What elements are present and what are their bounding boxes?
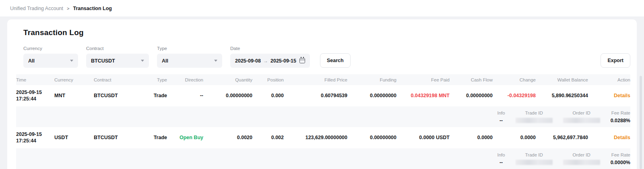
- cell-cash-flow: 0.00000000: [450, 93, 493, 98]
- order-id-redacted-value: [563, 118, 600, 123]
- cell-contract: BTCUSDT: [94, 135, 133, 140]
- trade-id-redacted-value: [516, 118, 553, 123]
- detail-trade-id-label: Trade ID: [516, 111, 553, 115]
- detail-order-id: Order ID: [563, 152, 600, 165]
- cell-direction: Open Buy: [167, 135, 203, 140]
- currency-filter: Currency All: [23, 46, 78, 68]
- date-end-value: 2025-09-15: [270, 58, 296, 64]
- detail-order-id-label: Order ID: [563, 111, 600, 115]
- trade-id-redacted-value: [516, 160, 553, 165]
- detail-info: Info --: [497, 111, 505, 123]
- cell-quantity: 0.00000000: [203, 93, 252, 98]
- type-select[interactable]: All: [157, 54, 222, 68]
- cell-change: -0.04329198: [493, 93, 536, 98]
- detail-info: Info --: [497, 152, 505, 165]
- cell-fee-paid: 0.0000 USDT: [396, 135, 450, 140]
- currency-select[interactable]: All: [23, 54, 78, 68]
- transaction-log-card: Transaction Log Currency All Contract BT…: [7, 19, 637, 169]
- detail-info-label: Info: [497, 111, 505, 115]
- col-header-change: Change: [493, 77, 536, 82]
- cell-wallet-balance: 5,962,697.7840: [536, 135, 588, 140]
- cell-time-clock: 17:25:44: [16, 96, 54, 102]
- detail-info-value: --: [497, 160, 505, 165]
- table-row: 2025-09-15 17:25:44 MNT BTCUSDT Trade --…: [16, 85, 630, 106]
- filter-bar: Currency All Contract BTCUSDT Type All D…: [23, 46, 630, 68]
- cell-quantity: 0.0020: [203, 135, 252, 140]
- cell-contract: BTCUSDT: [94, 93, 133, 98]
- breadcrumb: Unified Trading Account > Transaction Lo…: [0, 0, 644, 17]
- detail-fee-rate-label: Fee Rate: [611, 111, 630, 115]
- table-header-row: Time Currency Contract Type Direction Qu…: [16, 74, 630, 85]
- cell-time-clock: 17:25:44: [16, 138, 54, 144]
- cell-cash-flow: 0.0000: [450, 135, 493, 140]
- col-header-fee-paid: Fee Paid: [396, 77, 450, 82]
- cell-funding: 0.00000000: [347, 135, 396, 140]
- contract-filter-label: Contract: [86, 46, 149, 51]
- row-detail-panel: Info -- Trade ID Order ID Fee Rate 0.000…: [16, 148, 630, 169]
- detail-info-label: Info: [497, 152, 505, 157]
- cell-filled-price: 0.60794539: [284, 93, 347, 98]
- vertical-scrollbar[interactable]: [640, 76, 642, 169]
- chevron-down-icon: [214, 60, 217, 62]
- col-header-wallet-balance: Wallet Balance: [536, 77, 588, 82]
- cell-funding: 0.00000000: [347, 93, 396, 98]
- breadcrumb-parent-link[interactable]: Unified Trading Account: [10, 6, 63, 11]
- detail-info-value: --: [497, 118, 505, 123]
- col-header-type: Type: [133, 77, 167, 82]
- col-header-time: Time: [16, 77, 54, 82]
- export-button[interactable]: Export: [601, 53, 630, 68]
- contract-select-value: BTCUSDT: [91, 58, 115, 64]
- date-filter: Date 2025-09-08 → 2025-09-15: [230, 46, 310, 68]
- col-header-position: Position: [252, 77, 284, 82]
- col-header-quantity: Quantity: [203, 77, 252, 82]
- cell-wallet-balance: 5,890.96250344: [536, 93, 588, 98]
- chevron-down-icon: [141, 60, 144, 62]
- cell-type: Trade: [133, 135, 167, 140]
- col-header-cash-flow: Cash Flow: [450, 77, 493, 82]
- cell-time: 2025-09-15 17:25:44: [16, 89, 54, 102]
- cell-position: 0.002: [252, 135, 284, 140]
- col-header-direction: Direction: [167, 77, 203, 82]
- currency-filter-label: Currency: [23, 46, 78, 51]
- contract-select[interactable]: BTCUSDT: [86, 54, 149, 68]
- date-filter-label: Date: [230, 46, 310, 51]
- detail-fee-rate: Fee Rate 0.0000%: [611, 152, 630, 165]
- breadcrumb-separator-icon: >: [67, 6, 69, 11]
- cell-time: 2025-09-15 17:25:44: [16, 131, 54, 144]
- cell-fee-paid: 0.04329198 MNT: [396, 93, 450, 98]
- cell-direction: --: [167, 93, 203, 98]
- detail-order-id-label: Order ID: [563, 152, 600, 157]
- row-detail-panel: Info -- Trade ID Order ID Fee Rate 0.028…: [16, 106, 630, 127]
- col-header-filled-price: Filled Price: [284, 77, 347, 82]
- details-link[interactable]: Details: [614, 135, 630, 140]
- type-filter-label: Type: [157, 46, 222, 51]
- transaction-table: Time Currency Contract Type Direction Qu…: [16, 74, 630, 169]
- col-header-currency: Currency: [54, 77, 94, 82]
- chevron-down-icon: [70, 60, 73, 62]
- cell-change: 0.0000: [493, 135, 536, 140]
- arrow-right-icon: →: [262, 58, 269, 64]
- details-link[interactable]: Details: [614, 93, 630, 98]
- cell-currency: MNT: [54, 93, 94, 98]
- detail-fee-rate-label: Fee Rate: [611, 152, 630, 157]
- col-header-funding: Funding: [347, 77, 396, 82]
- detail-trade-id: Trade ID: [516, 152, 553, 165]
- cell-position: 0.000: [252, 93, 284, 98]
- table-row: 2025-09-15 17:25:44 USDT BTCUSDT Trade O…: [16, 127, 630, 148]
- detail-trade-id-label: Trade ID: [516, 152, 553, 157]
- date-range-picker[interactable]: 2025-09-08 → 2025-09-15: [230, 54, 310, 68]
- cell-time-date: 2025-09-15: [16, 89, 54, 96]
- detail-order-id: Order ID: [563, 111, 600, 123]
- order-id-redacted-value: [563, 160, 600, 165]
- detail-trade-id: Trade ID: [516, 111, 553, 123]
- search-button[interactable]: Search: [320, 53, 351, 68]
- col-header-contract: Contract: [94, 77, 133, 82]
- cell-time-date: 2025-09-15: [16, 131, 54, 138]
- breadcrumb-current: Transaction Log: [73, 6, 112, 11]
- cell-type: Trade: [133, 93, 167, 98]
- type-filter: Type All: [157, 46, 222, 68]
- cell-currency: USDT: [54, 135, 94, 140]
- page-title: Transaction Log: [23, 28, 630, 37]
- col-header-action: Action: [588, 77, 630, 82]
- detail-fee-rate: Fee Rate 0.0288%: [611, 111, 630, 123]
